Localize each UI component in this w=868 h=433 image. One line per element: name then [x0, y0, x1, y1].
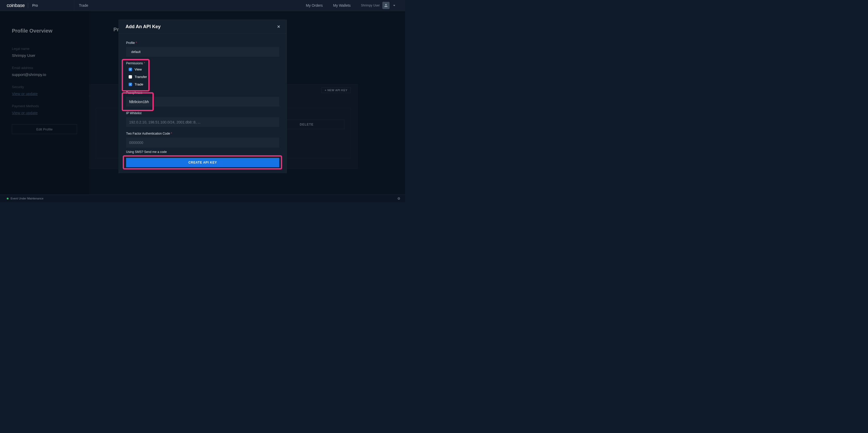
modal-title: Add An API Key — [126, 24, 161, 29]
add-api-key-modal: Add An API Key ✕ Profile * Permissions *… — [119, 20, 287, 173]
status-text: Event Under Maintenance — [10, 197, 43, 200]
logo-text: coinbase — [7, 3, 25, 8]
permissions-label: Permissions * — [126, 61, 279, 65]
status-dot-icon — [7, 198, 8, 199]
nav-right: My Orders My Wallets Shrimpy User — [306, 2, 395, 9]
passphrase-input[interactable] — [126, 97, 279, 107]
permissions-group: Permissions * ✓ View Transfer ✓ Trade — [126, 61, 279, 86]
user-name: Shrimpy User — [361, 4, 380, 7]
chevron-down-icon — [393, 5, 395, 6]
tfa-input[interactable] — [126, 138, 279, 148]
close-icon[interactable]: ✕ — [277, 24, 280, 29]
checkbox-checked-icon: ✓ — [129, 68, 132, 71]
gear-icon[interactable]: ⚙ — [397, 196, 400, 200]
perm-view-label: View — [134, 67, 142, 71]
logo-divider — [28, 3, 28, 8]
modal-body: Profile * Permissions * ✓ View Transfer … — [119, 34, 286, 173]
status-bar: Event Under Maintenance ⚙ — [0, 194, 405, 202]
avatar — [382, 2, 390, 9]
send-sms-code-link[interactable]: Using SMS? Send me a code — [126, 150, 279, 154]
profile-select[interactable] — [126, 47, 279, 57]
perm-transfer-label: Transfer — [134, 75, 147, 79]
checkbox-unchecked-icon — [129, 75, 132, 79]
profile-label: Profile * — [126, 41, 279, 45]
nav-my-wallets[interactable]: My Wallets — [333, 3, 350, 7]
perm-transfer-row[interactable]: Transfer — [129, 75, 279, 79]
ip-whitelist-label: IP Whitelist — [126, 111, 279, 115]
perm-view-row[interactable]: ✓ View — [129, 67, 279, 71]
nav-trade[interactable]: Trade — [79, 3, 88, 7]
perm-trade-label: Trade — [134, 83, 143, 86]
user-icon — [383, 3, 388, 8]
divider — [74, 0, 74, 11]
nav-my-orders[interactable]: My Orders — [306, 3, 323, 7]
logo-pro: Pro — [32, 3, 38, 7]
modal-header: Add An API Key ✕ — [119, 20, 286, 34]
ip-whitelist-input[interactable] — [126, 117, 279, 127]
passphrase-label: Passphrase — [126, 91, 279, 95]
perm-trade-row[interactable]: ✓ Trade — [129, 83, 279, 86]
checkbox-checked-icon: ✓ — [129, 83, 132, 86]
create-api-key-button[interactable]: CREATE API KEY — [126, 158, 279, 167]
user-menu[interactable]: Shrimpy User — [361, 2, 395, 9]
tfa-label: Two Factor Authentication Code * — [126, 132, 279, 135]
top-bar: coinbase Pro Trade My Orders My Wallets … — [0, 0, 405, 11]
logo[interactable]: coinbase Pro — [7, 3, 38, 8]
